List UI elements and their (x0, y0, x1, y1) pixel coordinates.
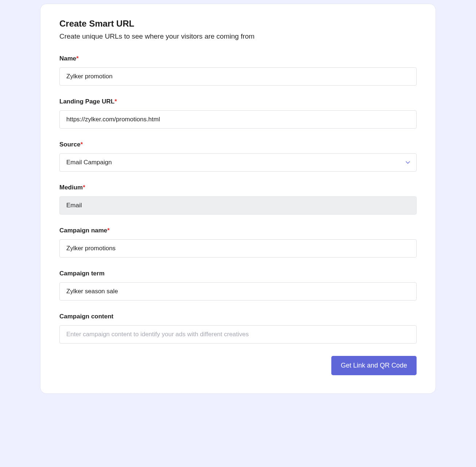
campaign-content-label-text: Campaign content (59, 313, 113, 320)
required-marker: * (107, 227, 110, 234)
required-marker: * (76, 55, 79, 62)
campaign-term-input[interactable] (59, 282, 417, 301)
medium-label: Medium* (59, 184, 417, 191)
field-medium: Medium* (59, 184, 417, 215)
landing-page-url-label: Landing Page URL* (59, 98, 417, 105)
required-marker: * (83, 184, 85, 191)
page-subtitle: Create unique URLs to see where your vis… (59, 32, 417, 40)
source-selected-value: Email Campaign (66, 159, 112, 166)
page-title: Create Smart URL (59, 19, 417, 29)
campaign-term-label: Campaign term (59, 270, 417, 277)
landing-page-url-input[interactable] (59, 110, 417, 129)
create-smart-url-card: Create Smart URL Create unique URLs to s… (40, 4, 436, 394)
get-link-and-qr-button[interactable]: Get Link and QR Code (331, 356, 417, 375)
source-label-text: Source (59, 141, 81, 148)
field-campaign-term: Campaign term (59, 270, 417, 301)
source-select[interactable]: Email Campaign (59, 153, 417, 172)
campaign-name-label-text: Campaign name (59, 227, 107, 234)
field-campaign-content: Campaign content (59, 313, 417, 344)
campaign-name-input[interactable] (59, 239, 417, 258)
source-label: Source* (59, 141, 417, 148)
campaign-content-label: Campaign content (59, 313, 417, 320)
campaign-content-input[interactable] (59, 325, 417, 344)
field-landing-page-url: Landing Page URL* (59, 98, 417, 129)
required-marker: * (81, 141, 83, 148)
field-name: Name* (59, 55, 417, 86)
medium-label-text: Medium (59, 184, 83, 191)
source-select-wrap: Email Campaign (59, 153, 417, 172)
landing-page-url-label-text: Landing Page URL (59, 98, 114, 105)
action-row: Get Link and QR Code (59, 356, 417, 375)
field-campaign-name: Campaign name* (59, 227, 417, 258)
name-label: Name* (59, 55, 417, 62)
required-marker: * (114, 98, 117, 105)
name-input[interactable] (59, 67, 417, 86)
name-label-text: Name (59, 55, 76, 62)
field-source: Source* Email Campaign (59, 141, 417, 172)
campaign-term-label-text: Campaign term (59, 270, 105, 277)
campaign-name-label: Campaign name* (59, 227, 417, 234)
medium-input (59, 196, 417, 215)
